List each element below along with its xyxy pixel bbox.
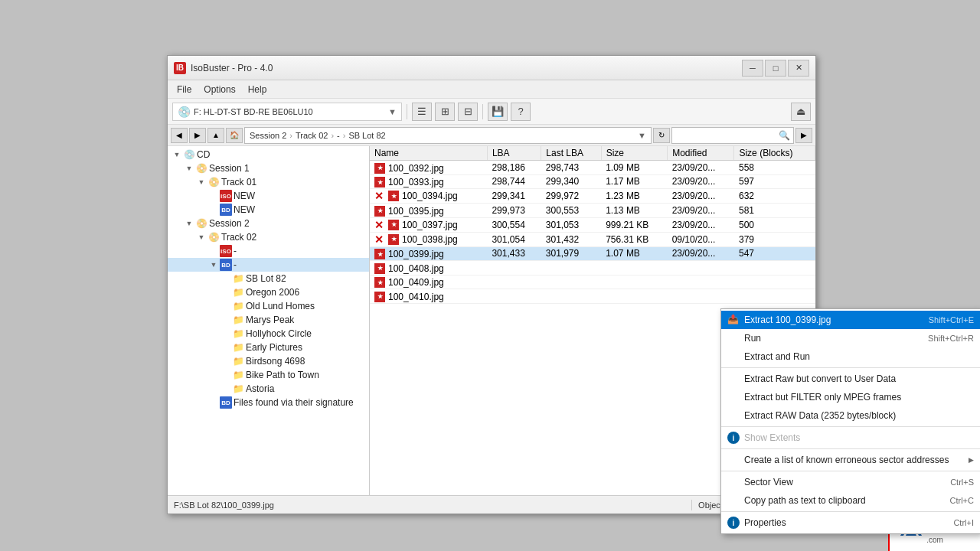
tree-item-hollyhock[interactable]: ▶ 📁 Hollyhock Circle bbox=[168, 327, 369, 341]
tree-label-bikepath: Bike Path to Town bbox=[246, 370, 319, 380]
nav-up-button[interactable]: ▲ bbox=[207, 128, 224, 143]
tree-label-oregon: Oregon 2006 bbox=[246, 287, 299, 298]
table-row[interactable]: ★100_0399.jpg301,433301,9791.07 MB23/09/… bbox=[370, 246, 815, 261]
col-blocks[interactable]: Size (Blocks) bbox=[734, 146, 815, 161]
path-track02: Track 02 bbox=[296, 131, 328, 140]
file-lba-cell: 301,054 bbox=[487, 232, 541, 246]
col-lastlba[interactable]: Last LBA bbox=[541, 146, 601, 161]
tree-item-bd-dash[interactable]: ▼ BD - bbox=[168, 258, 369, 272]
tree-item-session1[interactable]: ▼ 📀 Session 1 bbox=[168, 161, 369, 175]
ctx-run[interactable]: Run Shift+Ctrl+R bbox=[721, 329, 980, 347]
ctx-extract-and-run[interactable]: Extract and Run bbox=[721, 347, 980, 366]
tree-label-oldlund: Old Lund Homes bbox=[246, 301, 315, 311]
drive-selector[interactable]: 💿 F: HL-DT-ST BD-RE BE06LU10 ▼ bbox=[172, 103, 402, 121]
ctx-filter-mpeg-label: Extract but FILTER only MPEG frames bbox=[744, 392, 901, 403]
tree-item-iso-dash[interactable]: ▶ ISO - bbox=[168, 244, 369, 258]
table-row[interactable]: ✕★100_0398.jpg301,054301,432756.31 KB09/… bbox=[370, 232, 815, 246]
ctx-create-list[interactable]: Create a list of known erroneous sector … bbox=[721, 451, 980, 469]
ctx-sector-view[interactable]: Sector View Ctrl+S bbox=[721, 473, 980, 491]
tree-item-session2[interactable]: ▼ 📀 Session 2 bbox=[168, 217, 369, 230]
table-row[interactable]: ★100_0392.jpg298,186298,7431.09 MB23/09/… bbox=[370, 161, 815, 175]
tree-expand-session1[interactable]: ▼ bbox=[183, 162, 195, 174]
tree-item-oregon[interactable]: ▶ 📁 Oregon 2006 bbox=[168, 285, 369, 299]
tree-label-bd-dash: - bbox=[234, 259, 237, 270]
menu-help[interactable]: Help bbox=[242, 83, 273, 96]
col-lba[interactable]: LBA bbox=[487, 146, 541, 161]
file-modified-cell bbox=[668, 289, 734, 304]
table-row[interactable]: ★100_0393.jpg298,744299,3401.17 MB23/09/… bbox=[370, 174, 815, 189]
tree-item-maryspeak[interactable]: ▶ 📁 Marys Peak bbox=[168, 313, 369, 327]
nav-path[interactable]: Session 2 › Track 02 › - › SB Lot 82 ▼ bbox=[244, 127, 652, 144]
nav-refresh-button[interactable]: ↻ bbox=[653, 128, 670, 143]
list-view-button[interactable]: ☰ bbox=[412, 103, 432, 121]
search-box[interactable]: 🔍 bbox=[671, 127, 794, 144]
detail-view-button[interactable]: ⊞ bbox=[435, 103, 455, 121]
path-dash: - bbox=[337, 131, 340, 140]
search-icon[interactable]: 🔍 bbox=[779, 130, 790, 141]
file-modified-cell: 23/09/20... bbox=[668, 204, 734, 218]
ctx-properties[interactable]: i Properties Ctrl+I bbox=[721, 514, 980, 532]
ctx-properties-shortcut: Ctrl+I bbox=[953, 518, 974, 527]
track02-icon: 📀 bbox=[207, 231, 220, 243]
ctx-extract-filter-mpeg[interactable]: Extract but FILTER only MPEG frames bbox=[721, 388, 980, 406]
table-row[interactable]: ★100_0410.jpg bbox=[370, 289, 815, 304]
ctx-copy-path[interactable]: Copy path as text to clipboard Ctrl+C bbox=[721, 491, 980, 510]
col-modified[interactable]: Modified bbox=[668, 146, 734, 161]
tree-expand-cd[interactable]: ▼ bbox=[171, 148, 183, 161]
tree-item-new2[interactable]: ▶ BD NEW bbox=[168, 203, 369, 217]
nav-forward-button[interactable]: ▶ bbox=[189, 128, 206, 143]
tree-expand-session2[interactable]: ▼ bbox=[183, 217, 195, 230]
tree-label-new1: NEW bbox=[234, 191, 255, 201]
show-extents-info-icon: i bbox=[727, 432, 740, 444]
file-blocks-cell: 597 bbox=[734, 174, 815, 189]
ctx-extract-raw-convert[interactable]: Extract Raw but convert to User Data bbox=[721, 370, 980, 388]
file-lba-cell: 301,433 bbox=[487, 246, 541, 261]
save-button[interactable]: 💾 bbox=[488, 103, 508, 121]
tree-item-bikepath[interactable]: ▶ 📁 Bike Path to Town bbox=[168, 368, 369, 382]
tree-item-oldlund[interactable]: ▶ 📁 Old Lund Homes bbox=[168, 299, 369, 313]
tree-expand-track02[interactable]: ▼ bbox=[195, 231, 207, 243]
file-blocks-cell bbox=[734, 289, 815, 304]
file-modified-cell: 23/09/20... bbox=[668, 189, 734, 204]
raw-data-icon bbox=[727, 409, 740, 422]
ctx-extract-raw-data[interactable]: Extract RAW Data (2352 bytes/block) bbox=[721, 406, 980, 425]
table-row[interactable]: ★100_0408.jpg bbox=[370, 261, 815, 276]
minimize-button[interactable]: ─ bbox=[742, 60, 763, 77]
menu-file[interactable]: File bbox=[171, 83, 198, 96]
tree-expand-track01[interactable]: ▼ bbox=[195, 176, 207, 188]
cd-icon: 💿 bbox=[183, 148, 195, 161]
ctx-copy-shortcut: Ctrl+C bbox=[950, 496, 974, 505]
search-input[interactable] bbox=[675, 131, 779, 140]
status-bar: F:\SB Lot 82\100_0399.jpg Objects in sel… bbox=[168, 495, 815, 514]
table-row[interactable]: ✕★100_0394.jpg299,341299,9721.23 MB23/09… bbox=[370, 189, 815, 204]
nav-back-button[interactable]: ◀ bbox=[171, 128, 188, 143]
table-row[interactable]: ★100_0409.jpg bbox=[370, 275, 815, 289]
maximize-button[interactable]: □ bbox=[765, 60, 786, 77]
table-row[interactable]: ★100_0395.jpg299,973300,5531.13 MB23/09/… bbox=[370, 204, 815, 218]
tree-expand-bd[interactable]: ▼ bbox=[207, 259, 220, 271]
tree-item-birdsong[interactable]: ▶ 📁 Birdsong 4698 bbox=[168, 354, 369, 368]
tree-item-earlypic[interactable]: ▶ 📁 Early Pictures bbox=[168, 341, 369, 354]
close-button[interactable]: ✕ bbox=[788, 60, 809, 77]
col-name[interactable]: Name bbox=[370, 146, 487, 161]
menu-options[interactable]: Options bbox=[198, 83, 241, 96]
ctx-sep-4 bbox=[721, 471, 980, 471]
file-type-icon: ★ bbox=[374, 206, 385, 217]
col-size[interactable]: Size bbox=[601, 146, 667, 161]
file-name-cell: ★100_0393.jpg bbox=[370, 174, 487, 189]
iso-icon: ISO bbox=[220, 190, 232, 202]
nav-home-button[interactable]: 🏠 bbox=[226, 128, 243, 143]
table-row[interactable]: ✕★100_0397.jpg300,554301,053999.21 KB23/… bbox=[370, 217, 815, 232]
eject-button[interactable]: ⏏ bbox=[791, 103, 811, 121]
tree-item-track02[interactable]: ▼ 📀 Track 02 bbox=[168, 230, 369, 244]
tree-item-sblot82[interactable]: ▶ 📁 SB Lot 82 bbox=[168, 272, 369, 285]
tree-item-new1[interactable]: ▶ ISO NEW bbox=[168, 189, 369, 203]
tree-item-astoria[interactable]: ▶ 📁 Astoria bbox=[168, 382, 369, 396]
tree-item-track01[interactable]: ▼ 📀 Track 01 bbox=[168, 175, 369, 189]
tree-item-sigfiles[interactable]: ▶ BD Files found via their signature bbox=[168, 396, 369, 409]
ctx-extract-file[interactable]: 📤 Extract 100_0399.jpg Shift+Ctrl+E bbox=[721, 311, 980, 329]
tree-item-cd[interactable]: ▼ 💿 CD bbox=[168, 148, 369, 161]
search-next-button[interactable]: ▶ bbox=[795, 128, 812, 143]
help-button[interactable]: ? bbox=[511, 103, 531, 121]
grid-view-button[interactable]: ⊟ bbox=[458, 103, 478, 121]
